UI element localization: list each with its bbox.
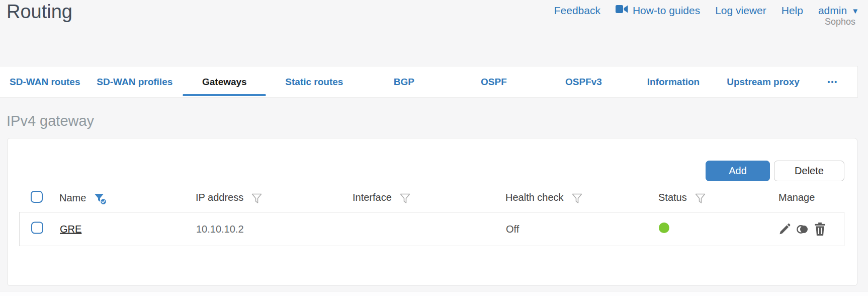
table-body: GRE 10.10.10.2 Off [19, 212, 844, 246]
top-nav: Feedback How-to guides Log viewer Help a… [554, 4, 859, 17]
manage-actions [778, 223, 826, 236]
filter-active-icon[interactable] [94, 193, 107, 205]
page-title: Routing [7, 1, 72, 23]
user-menu[interactable]: admin ▼ [818, 5, 859, 17]
delete-trash-icon[interactable] [814, 223, 826, 236]
column-header-manage: Manage [778, 192, 815, 203]
column-header-name: Name [59, 192, 86, 204]
filter-icon[interactable] [399, 193, 411, 204]
clone-icon[interactable] [796, 223, 810, 236]
gateway-health-check: Off [506, 224, 519, 235]
chevron-down-icon: ▼ [851, 7, 859, 15]
column-header-health-check: Health check [505, 192, 564, 203]
tab-information[interactable]: Information [629, 66, 719, 97]
gateway-ip-address: 10.10.10.2 [196, 224, 244, 235]
add-button[interactable]: Add [706, 161, 770, 181]
log-viewer-link[interactable]: Log viewer [715, 5, 766, 17]
gateway-card: Add Delete Name IP address Interface [7, 138, 857, 286]
tab-upstream-proxy[interactable]: Upstream proxy [718, 66, 808, 97]
tab-ospf[interactable]: OSPF [449, 66, 539, 97]
filter-icon[interactable] [251, 193, 263, 204]
tab-bar: SD-WAN routes SD-WAN profiles Gateways S… [0, 66, 858, 98]
edit-pencil-icon[interactable] [778, 223, 792, 236]
tab-gateways[interactable]: Gateways [180, 66, 270, 97]
filter-icon[interactable] [571, 193, 583, 204]
help-link[interactable]: Help [782, 5, 803, 17]
brand-label: Sophos [825, 17, 855, 27]
tab-sdwan-routes[interactable]: SD-WAN routes [0, 66, 90, 97]
column-header-ip-address: IP address [196, 192, 243, 203]
video-camera-icon [616, 4, 628, 17]
tab-ospfv3[interactable]: OSPFv3 [539, 66, 629, 97]
filter-icon[interactable] [695, 193, 706, 204]
section-title: IPv4 gateway [7, 113, 94, 129]
user-name: admin [818, 5, 847, 17]
tab-bgp[interactable]: BGP [359, 66, 449, 97]
column-header-status: Status [658, 192, 687, 203]
row-checkbox[interactable] [31, 222, 43, 234]
tab-static-routes[interactable]: Static routes [270, 66, 360, 97]
table-header: Name IP address Interface Health check [8, 188, 857, 210]
column-header-interface: Interface [353, 192, 392, 203]
tab-more-ellipsis[interactable]: ••• [808, 66, 857, 97]
status-green-dot [659, 223, 669, 233]
footer-strip [0, 291, 868, 296]
howto-guides-link[interactable]: How-to guides [616, 4, 700, 17]
gateway-name-link[interactable]: GRE [60, 224, 81, 235]
select-all-checkbox[interactable] [31, 191, 43, 203]
howto-guides-label: How-to guides [633, 5, 700, 17]
tab-sdwan-profiles[interactable]: SD-WAN profiles [90, 66, 180, 97]
feedback-link[interactable]: Feedback [554, 5, 600, 17]
delete-button[interactable]: Delete [774, 161, 844, 181]
